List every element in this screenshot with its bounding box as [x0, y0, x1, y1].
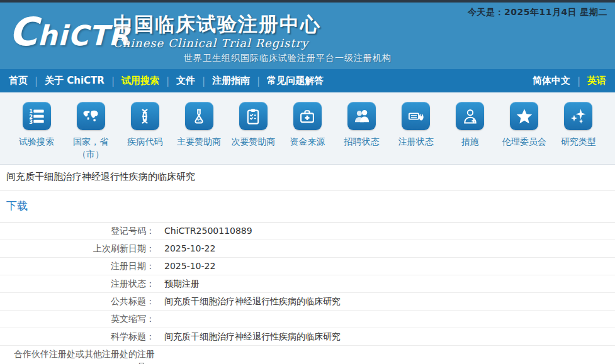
row-label: 合作伙伴注册处或其他注册处的注册号： [0, 346, 155, 364]
download-link[interactable]: 下载 [6, 199, 28, 212]
current-date-label: 今天是：2025年11月4日 星期二 [468, 7, 607, 18]
row-label: 公共标题： [0, 293, 155, 309]
registration-detail-table: 登记号码： ChiCTR2500110889 上次刷新日期： 2025-10-2… [0, 223, 615, 364]
medical-bag-icon [293, 102, 322, 130]
world-map-icon [77, 102, 105, 130]
table-row-last-refreshed-date: 上次刷新日期： 2025-10-22 [0, 240, 615, 258]
filter-recruitment-status[interactable]: 招聘状态 [336, 102, 388, 148]
site-header: 今天是：2025年11月4日 星期二 ChiCTR 中国临床试验注册中心 Chi… [0, 3, 615, 69]
row-value: 间充质干细胞治疗神经退行性疾病的临床研究 [155, 330, 615, 343]
icon-label: 资金来源 [281, 135, 334, 148]
flask-icon [185, 102, 213, 130]
filter-study-type[interactable]: 研究类型 [552, 102, 605, 148]
table-row-registration-number: 登记号码： ChiCTR2500110889 [0, 223, 615, 240]
icon-label: 国家，省（市） [64, 135, 117, 161]
site-title-block: 中国临床试验注册中心 Chinese Clinical Trial Regist… [113, 13, 321, 50]
nav-item-trial-search[interactable]: 试用搜索 [121, 75, 159, 87]
icon-label: 次要赞助商 [227, 135, 279, 148]
row-label: 上次刷新日期： [0, 240, 155, 256]
people-icon [347, 102, 376, 130]
row-value: ChiCTR2500110889 [155, 224, 615, 237]
nav-separator: | [166, 75, 169, 87]
icon-label: 措施 [444, 135, 497, 148]
table-row-registration-date: 注册日期： 2025-10-22 [0, 258, 615, 275]
download-row: 下载 [0, 190, 615, 223]
keyboard-mouse-icon [402, 102, 430, 130]
nav-separator: | [111, 75, 115, 87]
search-filter-icon-strip: 1 2 3 试验搜索 国家，省（市） [0, 92, 615, 165]
filter-secondary-sponsor[interactable]: 次要赞助商 [227, 102, 279, 148]
icon-label: 伦理委员会 [498, 135, 551, 148]
table-row-public-title: 公共标题： 间充质干细胞治疗神经退行性疾病的临床研究 [0, 293, 615, 311]
row-label: 登记号码： [0, 223, 155, 239]
numbered-list-icon: 1 2 3 [23, 102, 51, 130]
row-value: 2025-10-22 [155, 260, 615, 272]
lang-simplified-chinese[interactable]: 简体中文 [533, 75, 570, 87]
table-row-scientific-title: 科学标题： 间充质干细胞治疗神经退行性疾病的临床研究 [0, 328, 615, 346]
nav-item-faq[interactable]: 常见问题解答 [267, 75, 324, 87]
filter-primary-sponsor[interactable]: 主要赞助商 [172, 102, 225, 148]
page-title: 间充质干细胞治疗神经退行性疾病的临床研究 [0, 165, 615, 190]
filter-disease-code[interactable]: 疾病代码 [118, 102, 171, 148]
nav-item-about[interactable]: 关于 ChiCTR [45, 75, 104, 87]
nav-separator: | [202, 75, 205, 87]
icon-label: 疾病代码 [118, 135, 171, 148]
icon-label: 注册状态 [390, 135, 443, 148]
chictr-logo-initial: C [9, 13, 38, 52]
dna-icon [131, 102, 159, 130]
nav-separator: | [35, 75, 38, 87]
language-switcher: 简体中文 | 英语 [533, 75, 606, 87]
clipboard-icon [239, 102, 268, 130]
doctor-icon [456, 102, 484, 130]
row-label: 英文缩写： [0, 311, 155, 327]
table-row-registration-status: 注册状态： 预期注册 [0, 275, 615, 293]
main-nav: 首页 | 关于 ChiCTR | 试用搜索 | 文件 | 注册指南 | 常见问题… [0, 69, 615, 92]
icon-label: 试验搜索 [10, 135, 63, 148]
row-label: 注册状态： [0, 275, 155, 292]
svg-text:3: 3 [29, 118, 33, 124]
filter-interventions[interactable]: 措施 [444, 102, 497, 148]
row-label: 注册日期： [0, 258, 155, 274]
filter-registration-status[interactable]: 注册状态 [390, 102, 443, 148]
nav-separator: | [257, 75, 260, 87]
row-label: 科学标题： [0, 328, 155, 345]
who-tagline: 世界卫生组织国际临床试验注册平台一级注册机构 [184, 53, 392, 64]
site-title-english: Chinese Clinical Trial Registry [113, 36, 321, 50]
filter-trial-search[interactable]: 1 2 3 试验搜索 [10, 102, 63, 148]
table-row-partner-registry-number: 合作伙伴注册处或其他注册处的注册号： [0, 346, 615, 364]
nav-item-home[interactable]: 首页 [9, 75, 28, 87]
filter-country-province[interactable]: 国家，省（市） [64, 102, 117, 161]
filter-ethics-committee[interactable]: 伦理委员会 [498, 102, 551, 148]
row-value: 间充质干细胞治疗神经退行性疾病的临床研究 [155, 295, 615, 307]
nav-item-registration-guide[interactable]: 注册指南 [212, 75, 250, 87]
star-icon [510, 102, 538, 130]
icon-label: 招聘状态 [336, 135, 388, 148]
chictr-logo[interactable]: ChiCTR [9, 13, 130, 52]
icon-label: 主要赞助商 [172, 135, 225, 148]
site-title-chinese: 中国临床试验注册中心 [113, 13, 321, 36]
lang-english[interactable]: 英语 [587, 75, 606, 87]
main-content: 间充质干细胞治疗神经退行性疾病的临床研究 下载 登记号码： ChiCTR2500… [0, 165, 615, 364]
filter-funding-source[interactable]: 资金来源 [281, 102, 334, 148]
sparkles-icon [564, 102, 592, 130]
row-value: 2025-10-22 [155, 242, 615, 255]
nav-separator: | [577, 75, 580, 87]
table-row-english-acronym: 英文缩写： [0, 311, 615, 328]
nav-item-documents[interactable]: 文件 [176, 75, 195, 87]
icon-label: 研究类型 [552, 135, 605, 148]
row-value: 预期注册 [155, 277, 615, 290]
